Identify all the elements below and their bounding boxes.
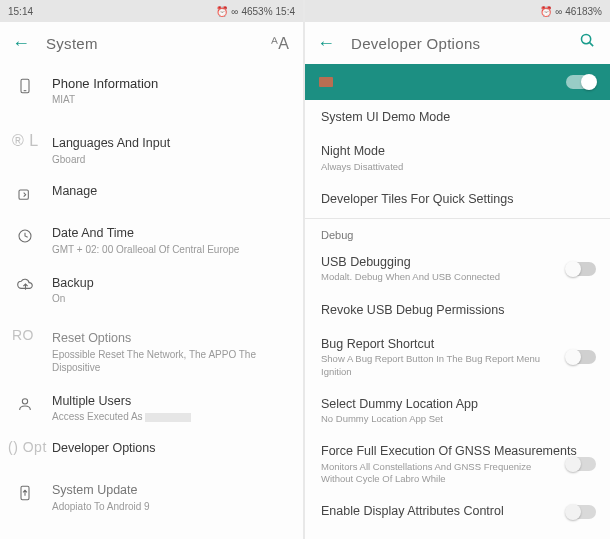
row-sub: Access Executed As xyxy=(52,410,289,423)
row-title: Date And Time xyxy=(52,226,289,242)
row-reset[interactable]: RO Reset Options Epossible Reset The Net… xyxy=(0,321,303,384)
status-right: ⏰ ∞ 46183% xyxy=(540,6,602,17)
alarm-icon: ⏰ xyxy=(540,6,552,17)
row-sub: No Dummy Location App Set xyxy=(321,413,594,425)
battery-text: 46183% xyxy=(565,6,602,17)
usb-debug-switch[interactable] xyxy=(566,262,596,276)
user-icon xyxy=(16,395,34,413)
row-title: System Update xyxy=(52,483,289,499)
svg-point-8 xyxy=(581,34,590,43)
row-sub: Show A Bug Report Button In The Bug Repo… xyxy=(321,353,594,378)
row-sub: Always Disattivated xyxy=(321,161,594,173)
status-bar: ⏰ ∞ 46183% xyxy=(305,0,610,22)
row-force-gnss[interactable]: Force Full Execution Of GNSS Measurement… xyxy=(305,434,610,494)
row-sub: Gboard xyxy=(52,153,289,166)
page-title: System xyxy=(46,35,98,52)
divider xyxy=(305,218,610,219)
watermark-text: () Opt xyxy=(8,439,47,455)
svg-point-5 xyxy=(22,398,27,403)
row-date-time[interactable]: Date And Time GMT + 02: 00 Oralleoal Of … xyxy=(0,216,303,266)
svg-line-9 xyxy=(590,43,594,47)
phone-icon xyxy=(16,77,34,95)
section-debug: Debug xyxy=(305,221,610,245)
display-attrs-switch[interactable] xyxy=(566,505,596,519)
row-title: Night Mode xyxy=(321,143,594,159)
row-sub: Adopiato To Android 9 xyxy=(52,500,289,513)
row-title: Bug Report Shortcut xyxy=(321,336,594,352)
row-usb-debugging[interactable]: USB Debugging Modalt. Debug When And USB… xyxy=(305,245,610,293)
row-backup[interactable]: Backup On xyxy=(0,266,303,316)
gnss-switch[interactable] xyxy=(566,457,596,471)
row-developer-options[interactable]: () Opt Developer Options xyxy=(0,433,303,473)
status-right: ⏰ ∞ 4653% 15:4 xyxy=(216,6,295,17)
row-bug-report[interactable]: Bug Report Shortcut Show A Bug Report Bu… xyxy=(305,327,610,387)
back-arrow-icon[interactable]: ← xyxy=(12,33,30,54)
row-sub: GMT + 02: 00 Oralleoal Of Central Europe xyxy=(52,243,289,256)
row-title: USB Debugging xyxy=(321,254,594,270)
row-display-attrs[interactable]: Enable Display Attributes Control xyxy=(305,494,610,528)
app-bar: ← Developer Options xyxy=(305,22,610,64)
row-title: Developer Tiles For Quick Settings xyxy=(321,191,594,207)
row-multiple-users[interactable]: Multiple Users Access Executed As xyxy=(0,384,303,434)
search-icon[interactable] xyxy=(579,32,596,54)
system-update-icon xyxy=(16,484,34,502)
row-title: Developer Options xyxy=(52,441,289,457)
cloud-upload-icon xyxy=(16,277,34,295)
battery-text: 4653% xyxy=(241,6,272,17)
banner-badge-icon xyxy=(319,77,333,87)
row-manage[interactable]: Manage xyxy=(0,176,303,216)
row-demo-mode[interactable]: System UI Demo Mode xyxy=(305,100,610,134)
status-time: 15:14 xyxy=(8,6,33,17)
system-settings-screen: 15:14 ⏰ ∞ 4653% 15:4 ← System ᴬA Phone I… xyxy=(0,0,305,539)
master-toggle-banner[interactable] xyxy=(305,64,610,100)
developer-options-screen: ⏰ ∞ 46183% ← Developer Options System UI… xyxy=(305,0,610,539)
row-title: Multiple Users xyxy=(52,394,289,410)
row-title: Select Dummy Location App xyxy=(321,396,594,412)
row-system-update[interactable]: System Update Adopiato To Android 9 xyxy=(0,473,303,523)
master-switch[interactable] xyxy=(566,75,596,89)
back-arrow-icon[interactable]: ← xyxy=(317,33,335,54)
row-sub: MIAT xyxy=(52,93,289,106)
watermark-text: RO xyxy=(12,327,34,343)
watermark-text: ® L xyxy=(12,132,39,150)
status-extra: 15:4 xyxy=(276,6,295,17)
row-sub: On xyxy=(52,292,289,305)
clock-icon xyxy=(16,227,34,245)
page-title: Developer Options xyxy=(351,35,480,52)
row-sub: Epossible Reset The Network, The APPO Th… xyxy=(52,348,289,374)
link-icon: ∞ xyxy=(231,6,238,17)
manage-icon xyxy=(16,187,34,205)
row-title: Force Full Execution Of GNSS Measurement… xyxy=(321,443,594,459)
font-size-action[interactable]: ᴬA xyxy=(271,34,289,53)
row-mock-location[interactable]: Select Dummy Location App No Dummy Locat… xyxy=(305,387,610,435)
row-sub: Monitors All Constellations And GNSS Fre… xyxy=(321,461,594,486)
row-title: Languages And Input xyxy=(52,136,289,152)
link-icon: ∞ xyxy=(555,6,562,17)
row-revoke-usb[interactable]: Revoke USB Debug Permissions xyxy=(305,293,610,327)
app-bar: ← System ᴬA xyxy=(0,22,303,64)
row-title: Revoke USB Debug Permissions xyxy=(321,302,594,318)
row-languages[interactable]: ® L Languages And Input Gboard xyxy=(0,126,303,176)
row-title: System UI Demo Mode xyxy=(321,109,594,125)
status-bar: 15:14 ⏰ ∞ 4653% 15:4 xyxy=(0,0,303,22)
svg-rect-2 xyxy=(19,190,28,199)
row-qs-tiles[interactable]: Developer Tiles For Quick Settings xyxy=(305,182,610,216)
row-night-mode[interactable]: Night Mode Always Disattivated xyxy=(305,134,610,182)
settings-list: Phone Information MIAT ® L Languages And… xyxy=(0,64,303,523)
row-title: Manage xyxy=(52,184,289,200)
bug-report-switch[interactable] xyxy=(566,350,596,364)
alarm-icon: ⏰ xyxy=(216,6,228,17)
row-sub: Modalt. Debug When And USB Connected xyxy=(321,271,594,283)
row-title: Backup xyxy=(52,276,289,292)
row-phone-info[interactable]: Phone Information MIAT xyxy=(0,66,303,116)
row-title: Enable Display Attributes Control xyxy=(321,503,594,519)
row-title: Reset Options xyxy=(52,331,289,347)
redacted-block xyxy=(145,413,191,422)
row-title: Phone Information xyxy=(52,76,289,92)
